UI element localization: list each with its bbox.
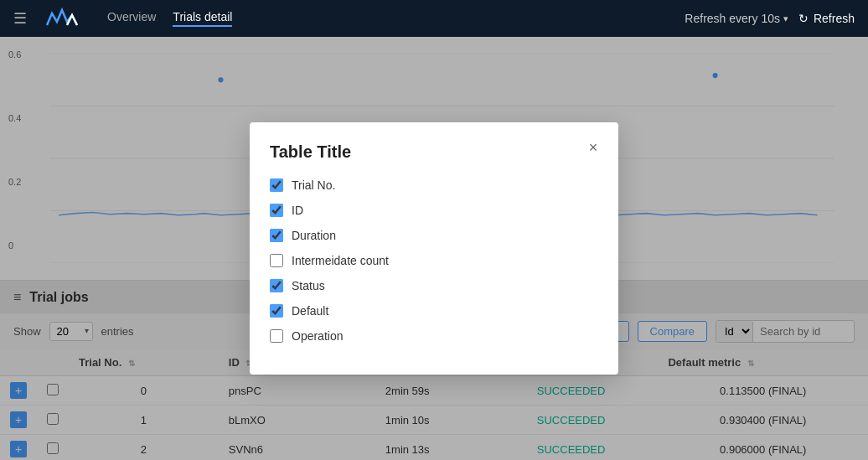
checkbox-item-0[interactable]: Trial No. xyxy=(270,178,598,192)
refresh-interval-selector[interactable]: Refresh every 10s ▾ xyxy=(685,12,788,25)
checkbox-item-4[interactable]: Status xyxy=(270,279,598,292)
nav-overview[interactable]: Overview xyxy=(107,10,156,27)
modal-title: Table Title xyxy=(270,142,598,162)
column-picker-modal: Table Title × Trial No.IDDurationInterme… xyxy=(250,122,618,375)
checkbox-label-6: Operation xyxy=(292,329,343,343)
refresh-button[interactable]: ↻ Refresh xyxy=(798,12,855,25)
modal-checkboxes: Trial No.IDDurationIntermeidate countSta… xyxy=(270,178,598,343)
checkbox-item-3[interactable]: Intermeidate count xyxy=(270,254,598,267)
main-content: 0.6 0.4 0.2 0 0 3 6 9 12 15 xyxy=(0,37,868,460)
checkbox-0[interactable] xyxy=(270,178,283,192)
checkbox-label-2: Duration xyxy=(292,229,336,242)
checkbox-item-1[interactable]: ID xyxy=(270,204,598,217)
nav-trials-detail[interactable]: Trials detail xyxy=(173,10,232,27)
checkbox-item-5[interactable]: Default xyxy=(270,304,598,318)
checkbox-label-0: Trial No. xyxy=(292,178,335,192)
checkbox-item-6[interactable]: Operation xyxy=(270,329,598,343)
modal-close-button[interactable]: × xyxy=(581,136,605,159)
checkbox-label-3: Intermeidate count xyxy=(292,254,389,267)
checkbox-label-1: ID xyxy=(292,204,303,217)
checkbox-3[interactable] xyxy=(270,254,283,267)
app-header: ☰ Overview Trials detail Refresh every 1… xyxy=(0,0,868,37)
checkbox-2[interactable] xyxy=(270,229,283,242)
refresh-icon: ↻ xyxy=(798,12,809,25)
checkbox-label-5: Default xyxy=(292,304,328,318)
header-right: Refresh every 10s ▾ ↻ Refresh xyxy=(685,12,855,25)
chevron-down-icon: ▾ xyxy=(783,13,788,24)
checkbox-6[interactable] xyxy=(270,329,283,343)
checkbox-item-2[interactable]: Duration xyxy=(270,229,598,242)
checkbox-4[interactable] xyxy=(270,279,283,292)
refresh-label: Refresh xyxy=(814,12,855,25)
logo xyxy=(44,7,84,30)
modal-overlay: Table Title × Trial No.IDDurationInterme… xyxy=(0,37,868,460)
main-nav: Overview Trials detail xyxy=(107,10,232,27)
menu-icon[interactable]: ☰ xyxy=(13,9,27,28)
checkbox-1[interactable] xyxy=(270,204,283,217)
refresh-interval-label: Refresh every 10s xyxy=(685,12,780,25)
checkbox-label-4: Status xyxy=(292,279,325,292)
checkbox-5[interactable] xyxy=(270,304,283,318)
